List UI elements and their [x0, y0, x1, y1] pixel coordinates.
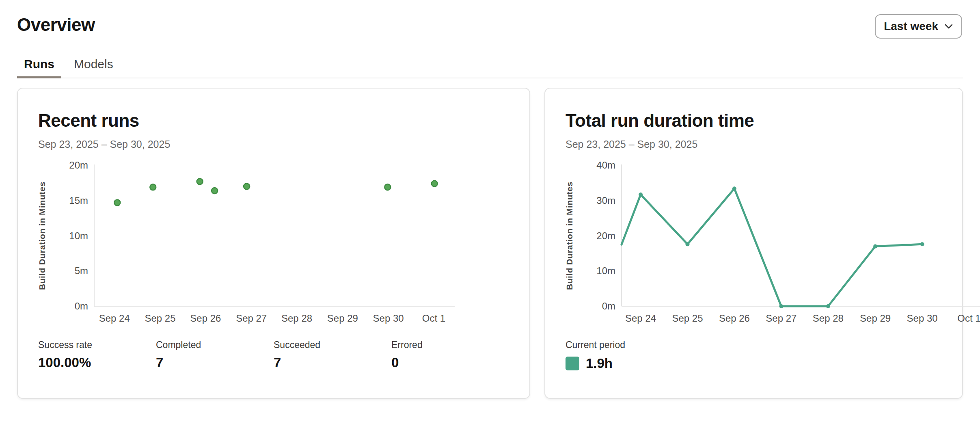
- card-date-range: Sep 23, 2025 – Sep 30, 2025: [38, 138, 509, 151]
- stat-succeeded: Succeeded 7: [274, 340, 391, 370]
- run-data-point[interactable]: [197, 179, 203, 185]
- x-tick-label: Sep 24: [99, 313, 130, 324]
- total-duration-chart-area: 0m10m20m30m40mSep 24Sep 25Sep 26Sep 27Se…: [566, 161, 942, 326]
- tab-runs[interactable]: Runs: [17, 57, 61, 78]
- total-duration-line-chart: 0m10m20m30m40mSep 24Sep 25Sep 26Sep 27Se…: [566, 161, 980, 326]
- stat-label: Succeeded: [274, 340, 391, 351]
- duration-data-point[interactable]: [639, 193, 643, 197]
- x-tick-label: Sep 26: [719, 313, 750, 324]
- y-tick-label: 0m: [602, 301, 615, 312]
- chevron-down-icon: [944, 24, 953, 29]
- x-tick-label: Oct 1: [957, 313, 980, 324]
- stat-errored: Errored 0: [391, 340, 509, 370]
- y-axis-title: Build Duration in Minutes: [38, 182, 47, 290]
- stat-value: 100.00%: [38, 355, 156, 370]
- x-tick-label: Sep 25: [145, 313, 175, 324]
- stat-success-rate: Success rate 100.00%: [38, 340, 156, 370]
- stat-label: Errored: [391, 340, 509, 351]
- x-tick-label: Sep 25: [672, 313, 703, 324]
- stat-value: 7: [156, 355, 274, 370]
- card-title: Recent runs: [38, 110, 509, 131]
- run-stats-row: Success rate 100.00% Completed 7 Succeed…: [38, 340, 509, 370]
- cards-row: Recent runs Sep 23, 2025 – Sep 30, 2025 …: [17, 88, 963, 399]
- y-axis-title: Build Duration in Minutes: [566, 182, 574, 290]
- recent-runs-card: Recent runs Sep 23, 2025 – Sep 30, 2025 …: [17, 88, 530, 399]
- x-tick-label: Sep 29: [860, 313, 891, 324]
- y-tick-label: 5m: [75, 266, 88, 277]
- y-tick-label: 15m: [69, 195, 88, 206]
- x-tick-label: Sep 28: [281, 313, 312, 324]
- y-tick-label: 20m: [69, 161, 88, 171]
- x-tick-label: Sep 24: [625, 313, 656, 324]
- duration-data-point[interactable]: [826, 304, 830, 308]
- stat-label: Success rate: [38, 340, 156, 351]
- card-date-range: Sep 23, 2025 – Sep 30, 2025: [566, 138, 942, 151]
- x-tick-label: Sep 29: [327, 313, 358, 324]
- current-period-swatch: [566, 357, 579, 370]
- run-data-point[interactable]: [244, 184, 250, 190]
- y-tick-label: 10m: [69, 230, 88, 241]
- x-tick-label: Sep 27: [236, 313, 267, 324]
- duration-data-point[interactable]: [732, 187, 736, 191]
- x-tick-label: Sep 28: [813, 313, 844, 324]
- duration-line: [622, 189, 922, 307]
- y-tick-label: 20m: [596, 230, 615, 241]
- run-data-point[interactable]: [212, 188, 218, 194]
- y-tick-label: 40m: [596, 161, 615, 171]
- run-data-point[interactable]: [432, 181, 438, 187]
- tab-bar: Runs Models: [17, 57, 963, 78]
- y-tick-label: 30m: [596, 195, 615, 206]
- run-data-point[interactable]: [384, 184, 391, 190]
- stat-value: 7: [274, 355, 391, 370]
- legend-label: Current period: [566, 340, 942, 351]
- y-tick-label: 10m: [596, 266, 615, 277]
- page-title: Overview: [17, 15, 95, 35]
- duration-data-point[interactable]: [779, 304, 783, 308]
- period-selector-label: Last week: [884, 20, 938, 33]
- stat-completed: Completed 7: [156, 340, 274, 370]
- legend-row: 1.9h: [566, 356, 942, 371]
- card-title: Total run duration time: [566, 110, 942, 131]
- chart-legend: Current period 1.9h: [566, 340, 942, 371]
- run-data-point[interactable]: [150, 184, 156, 190]
- total-run-duration-card: Total run duration time Sep 23, 2025 – S…: [544, 88, 963, 399]
- x-tick-label: Oct 1: [422, 313, 445, 324]
- recent-runs-scatter-chart: 0m5m10m15m20mSep 24Sep 25Sep 26Sep 27Sep…: [38, 161, 464, 326]
- duration-data-point[interactable]: [873, 244, 877, 249]
- duration-data-point[interactable]: [686, 242, 690, 247]
- stat-label: Completed: [156, 340, 274, 351]
- duration-data-point[interactable]: [920, 242, 924, 247]
- run-data-point[interactable]: [114, 200, 120, 206]
- overview-page: Overview Last week Runs Models Recent ru…: [0, 0, 980, 424]
- x-tick-label: Sep 30: [373, 313, 404, 324]
- y-tick-label: 0m: [75, 301, 88, 312]
- stat-value: 0: [391, 355, 509, 370]
- x-tick-label: Sep 26: [190, 313, 221, 324]
- period-selector-dropdown[interactable]: Last week: [875, 14, 962, 39]
- tab-models[interactable]: Models: [67, 57, 120, 78]
- x-tick-label: Sep 30: [907, 313, 938, 324]
- x-tick-label: Sep 27: [766, 313, 797, 324]
- legend-value: 1.9h: [586, 356, 613, 371]
- recent-runs-chart-area: 0m5m10m15m20mSep 24Sep 25Sep 26Sep 27Sep…: [38, 161, 509, 326]
